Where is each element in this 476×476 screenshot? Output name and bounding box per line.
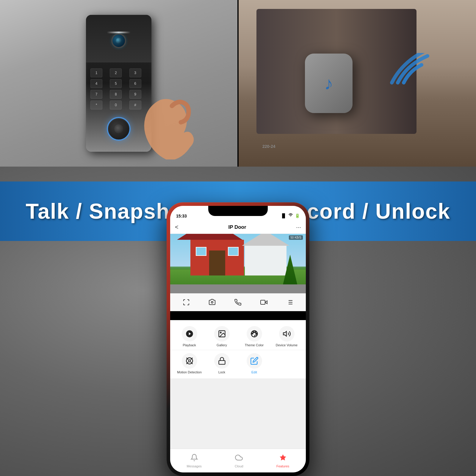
messages-label: Messages <box>187 464 202 468</box>
key-2: 2 <box>110 68 122 77</box>
voltage-label: 220-24 <box>262 144 275 149</box>
edit-label: Edit <box>251 370 257 374</box>
svg-point-0 <box>211 301 213 303</box>
motion-detection-icon-circle <box>182 353 197 369</box>
nav-cloud[interactable]: Cloud <box>235 454 243 468</box>
house-roof <box>177 234 242 240</box>
svg-point-17 <box>256 333 257 334</box>
battery-icon: 🔋 <box>295 213 300 218</box>
playback-label: Playback <box>183 343 196 347</box>
svg-point-15 <box>253 332 254 333</box>
device-volume-label: Device Volume <box>276 343 298 347</box>
nav-features[interactable]: Features <box>276 454 289 468</box>
bottom-nav: Messages Cloud Features <box>170 449 306 472</box>
phone-notch <box>208 206 268 216</box>
wifi-icon <box>288 213 293 218</box>
feature-playback[interactable]: Playback <box>175 326 204 347</box>
bottom-section: Talk / Snapshot / Video Record / Unlock <box>0 167 476 476</box>
feature-device-volume[interactable]: Device Volume <box>272 326 301 347</box>
key-7: 7 <box>90 90 102 99</box>
lock-icon-circle <box>214 353 230 369</box>
feature-edit[interactable]: Edit <box>239 353 269 374</box>
chime-device: ♪ <box>305 54 353 113</box>
theme-color-label: Theme Color <box>245 343 264 347</box>
hand-pressing <box>130 76 208 167</box>
talk-button[interactable] <box>231 296 245 309</box>
feature-grid-row1: Playback Gallery <box>170 320 306 350</box>
key-star: * <box>90 101 102 109</box>
phone-mockup: 15:33 ▐▌ 🔋 < IP Door <box>167 202 309 476</box>
house-scene <box>170 234 306 293</box>
feature-lock[interactable]: Lock <box>207 353 237 374</box>
doorbell-button[interactable] <box>107 117 131 141</box>
speed-indicator: 50 KB/S <box>289 235 303 240</box>
theme-color-icon-circle <box>247 326 262 342</box>
doorbell-top <box>86 15 151 62</box>
house-2 <box>245 246 286 275</box>
motion-detection-label: Motion Detection <box>177 370 202 374</box>
feature-gallery[interactable]: Gallery <box>207 326 237 347</box>
edit-icon-circle <box>247 353 262 369</box>
svg-marker-18 <box>283 331 286 336</box>
main-house <box>190 240 244 275</box>
key-8: 8 <box>110 90 122 99</box>
svg-point-14 <box>252 333 253 334</box>
feature-theme-color[interactable]: Theme Color <box>239 326 269 347</box>
key-1: 1 <box>90 68 102 77</box>
key-5: 5 <box>110 79 122 88</box>
cloud-label: Cloud <box>235 464 243 468</box>
feature-motion-detection[interactable]: Motion Detection <box>175 353 204 374</box>
record-button[interactable] <box>257 296 270 309</box>
svg-marker-22 <box>280 454 286 461</box>
phone-outer: 15:33 ▐▌ 🔋 < IP Door <box>167 202 309 476</box>
svg-point-20 <box>186 358 192 364</box>
device-volume-icon-circle <box>279 326 295 342</box>
features-label: Features <box>276 464 289 468</box>
more-menu-button[interactable] <box>283 296 296 309</box>
camera-lens <box>111 33 126 48</box>
menu-button[interactable]: ··· <box>296 224 301 231</box>
main-container: 1 2 3 4 5 6 7 8 9 * 0 # <box>0 0 476 476</box>
svg-point-12 <box>220 332 221 333</box>
cloud-icon <box>235 454 243 463</box>
back-button[interactable]: < <box>175 224 178 231</box>
top-image-row: 1 2 3 4 5 6 7 8 9 * 0 # <box>0 0 476 167</box>
signal-icon: ▐▌ <box>281 213 286 218</box>
lock-label: Lock <box>218 370 225 374</box>
svg-point-19 <box>188 360 190 362</box>
phone-screen: 15:33 ▐▌ 🔋 < IP Door <box>170 206 306 472</box>
control-bar[interactable] <box>170 293 306 311</box>
key-4: 4 <box>90 79 102 88</box>
fullscreen-button[interactable] <box>180 296 193 309</box>
app-header: < IP Door ··· <box>170 221 306 234</box>
messages-icon <box>190 454 198 463</box>
snapshot-button[interactable] <box>206 296 219 309</box>
svg-rect-21 <box>219 361 225 364</box>
key-0: 0 <box>110 101 122 109</box>
nav-messages[interactable]: Messages <box>187 454 202 468</box>
gallery-icon-circle <box>214 326 230 342</box>
feature-empty <box>272 353 301 374</box>
features-icon <box>279 454 287 463</box>
svg-marker-1 <box>265 301 267 304</box>
svg-point-16 <box>255 332 256 333</box>
feature-grid-row2: Motion Detection Lock <box>170 350 306 378</box>
camera-feed: 50 KB/S <box>170 234 306 293</box>
wifi-waves <box>386 53 445 114</box>
svg-rect-2 <box>261 300 265 304</box>
status-time: 15:33 <box>176 214 187 218</box>
app-title: IP Door <box>178 224 296 230</box>
playback-icon-circle <box>182 326 197 342</box>
status-right: ▐▌ 🔋 <box>281 213 300 218</box>
black-gap <box>170 311 306 320</box>
gallery-label: Gallery <box>217 343 227 347</box>
doorbell-image: 1 2 3 4 5 6 7 8 9 * 0 # <box>0 0 237 167</box>
chime-image: ♪ 220-24 <box>239 0 476 167</box>
